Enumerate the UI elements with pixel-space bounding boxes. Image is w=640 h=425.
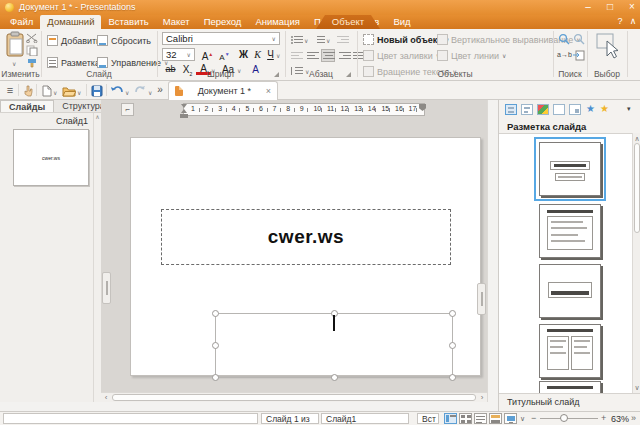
numbered-list-chevron-icon[interactable]: ∨ <box>326 37 330 44</box>
font-name-combo[interactable]: Calibri∨ <box>162 32 280 45</box>
save-button[interactable] <box>91 85 103 99</box>
canvas-vertical-scrollbar[interactable]: ∧ ∨ ⊼ ▲ ❏ ▼ ⊻ <box>487 100 488 402</box>
menu-icon[interactable]: ≡ <box>4 83 16 97</box>
cut-button[interactable] <box>26 33 38 45</box>
zoom-level[interactable]: 63% <box>611 414 629 424</box>
paragraph-dialog-launcher-icon[interactable] <box>346 72 351 77</box>
horizontal-scroll-thumb[interactable] <box>112 394 476 401</box>
insert-mode-indicator[interactable]: Вст <box>417 413 439 424</box>
zoom-out-icon[interactable]: − <box>531 412 536 425</box>
sidebar-menu-dropdown-icon[interactable]: ▾ <box>627 103 631 115</box>
tab-insert[interactable]: Вставить <box>101 15 155 29</box>
ruler-margin-marker[interactable] <box>180 114 188 118</box>
resize-handle-middle-left[interactable] <box>212 342 219 349</box>
left-splitter-grip[interactable] <box>102 272 111 304</box>
sidebar-favorites-blue-star-icon[interactable]: ★ <box>586 103 595 115</box>
line-color-button[interactable]: Цвет линии∨ <box>437 50 506 61</box>
slide-page[interactable]: cwer.ws <box>130 137 481 376</box>
shrink-font-button[interactable]: A▼ <box>217 48 232 61</box>
canvas-horizontal-scrollbar[interactable]: ‹ › <box>101 392 487 402</box>
handout-view-icon[interactable] <box>489 413 502 424</box>
new-document-button[interactable] <box>42 85 52 99</box>
tab-transition[interactable]: Переход <box>197 15 249 29</box>
slide-name[interactable]: Слайд1 <box>321 413 409 424</box>
bold-button[interactable]: Ж <box>236 48 251 61</box>
redo-chevron-icon[interactable]: ∨ <box>148 89 152 96</box>
resize-handle-bottom-middle[interactable] <box>331 374 338 381</box>
redo-button[interactable] <box>134 85 147 98</box>
goto-button[interactable] <box>573 50 585 63</box>
ruler-options-button[interactable]: ⌐ <box>121 103 134 116</box>
sidebar-favorites-yellow-star-icon[interactable]: ★ <box>600 103 609 115</box>
tab-home[interactable]: Домашний <box>40 15 101 29</box>
help-icon[interactable]: ? <box>614 16 626 26</box>
select-objects-button[interactable] <box>595 32 621 62</box>
scroll-down-icon[interactable]: ∨ <box>633 383 640 393</box>
notes-view-icon[interactable] <box>474 413 487 424</box>
layout-thumbnail-title-lines[interactable] <box>539 204 601 258</box>
close-button[interactable]: × <box>622 0 640 14</box>
bullet-list-button[interactable] <box>291 35 303 45</box>
undo-button[interactable] <box>111 85 124 98</box>
document-tab-close-icon[interactable]: × <box>266 86 271 96</box>
zoom-in-icon[interactable]: + <box>601 412 606 425</box>
resize-handle-top-left[interactable] <box>212 310 219 317</box>
layout-thumbnail-two-col[interactable] <box>539 324 601 378</box>
slide-sorter-view-icon[interactable] <box>459 413 472 424</box>
sidebar-master-icon[interactable] <box>521 104 533 115</box>
paste-button[interactable] <box>5 31 25 59</box>
title-placeholder[interactable]: cwer.ws <box>161 209 451 265</box>
undo-chevron-icon[interactable]: ∨ <box>125 89 129 96</box>
sidebar-layouts-icon[interactable] <box>505 104 517 115</box>
resize-handle-bottom-right[interactable] <box>449 374 456 381</box>
slideshow-chevron-icon[interactable]: ∨ <box>520 412 525 425</box>
resize-handle-middle-right[interactable] <box>449 342 456 349</box>
scroll-up-icon[interactable]: ∧ <box>95 114 99 120</box>
bullet-list-chevron-icon[interactable]: ∨ <box>304 37 308 44</box>
font-size-combo[interactable]: 32∨ <box>162 48 195 61</box>
layout-scroll-thumb[interactable] <box>634 143 640 233</box>
toolbar-overflow-icon[interactable]: » <box>155 83 165 97</box>
font-dialog-launcher-icon[interactable] <box>274 72 279 77</box>
underline-chevron-icon[interactable]: ∨ <box>276 52 280 59</box>
increase-indent-button[interactable] <box>337 35 349 45</box>
decrease-indent-button[interactable] <box>291 51 303 61</box>
replace-button[interactable]: a→b <box>557 51 572 58</box>
layout-thumbnail-title[interactable] <box>539 142 601 196</box>
touch-mode-button[interactable] <box>23 85 33 99</box>
slides-panel-scrollbar[interactable]: ∧ <box>93 113 101 402</box>
maximize-button[interactable]: □ <box>600 0 620 14</box>
zoom-slider-track[interactable] <box>540 418 598 419</box>
zoom-slider-thumb[interactable] <box>560 414 568 422</box>
paste-chevron-icon[interactable]: ∨ <box>12 60 16 67</box>
align-center-button[interactable] <box>321 49 335 62</box>
tab-view[interactable]: Вид <box>386 15 417 29</box>
tab-file[interactable]: Файл <box>3 15 40 29</box>
collapse-ribbon-icon[interactable]: ∧ <box>627 16 639 26</box>
layout-thumbnail-center-box[interactable] <box>539 264 601 318</box>
open-document-button[interactable] <box>62 86 76 99</box>
slide-thumbnail[interactable]: cwer.ws <box>13 129 89 186</box>
copy-button[interactable] <box>26 45 38 58</box>
scroll-right-icon[interactable]: › <box>477 393 487 402</box>
sidebar-background-icon[interactable] <box>553 104 565 115</box>
right-splitter-grip[interactable] <box>477 283 486 315</box>
slide-counter[interactable]: Слайд 1 из 1 <box>261 413 319 424</box>
search-again-button[interactable] <box>573 33 585 47</box>
fill-color-button[interactable]: Цвет заливки∨ <box>363 50 440 61</box>
minimize-button[interactable]: – <box>578 0 598 14</box>
statusbar-overflow-icon[interactable]: » <box>631 412 636 425</box>
open-document-chevron-icon[interactable]: ∨ <box>77 89 81 96</box>
new-document-chevron-icon[interactable]: ∨ <box>53 89 57 96</box>
reset-slide-button[interactable]: Сбросить <box>97 35 151 46</box>
layout-list-scrollbar[interactable]: ∧ ∨ <box>632 133 640 393</box>
search-button[interactable] <box>558 33 570 47</box>
scroll-left-icon[interactable]: ‹ <box>101 393 111 402</box>
resize-handle-top-right[interactable] <box>449 310 456 317</box>
slideshow-view-icon[interactable] <box>504 413 517 424</box>
tab-object-context[interactable]: Объект <box>316 15 380 29</box>
grow-font-button[interactable]: A▲ <box>200 48 215 61</box>
tab-animation[interactable]: Анимация <box>248 15 307 29</box>
numbered-list-button[interactable] <box>313 35 325 45</box>
align-right-button[interactable] <box>339 51 351 61</box>
